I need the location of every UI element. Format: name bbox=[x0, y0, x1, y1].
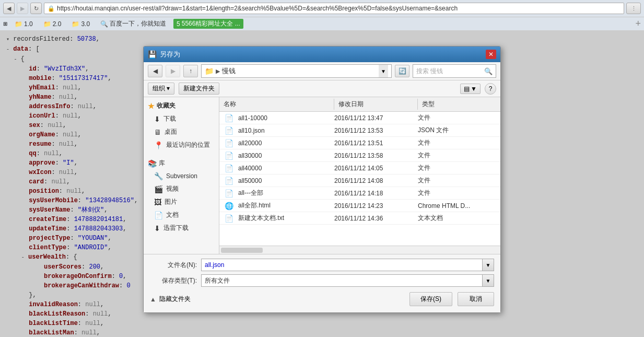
bottom-actions-row: ▲ 隐藏文件夹 保存(S) 取消 bbox=[150, 290, 494, 308]
dialog-back-button[interactable]: ◀ bbox=[148, 65, 162, 77]
dialog-close-button[interactable]: ✕ bbox=[486, 50, 496, 59]
star-icon: ★ bbox=[148, 102, 155, 110]
dialog-forward-button[interactable]: ▶ bbox=[166, 65, 180, 77]
recent-label: 最近访问的位置 bbox=[166, 141, 210, 149]
hide-folders-row[interactable]: ▲ 隐藏文件夹 bbox=[150, 293, 191, 306]
favorites-section[interactable]: ★ 收藏夹 bbox=[144, 99, 219, 112]
filelist-container: 名称 修改日期 类型 📄 all1-10000 2016/11/12 13:47… bbox=[219, 97, 500, 254]
file-type-6: 文件 bbox=[418, 189, 500, 197]
back-button[interactable]: ◀ bbox=[3, 3, 15, 14]
search-label: 搜索 慢钱 bbox=[416, 67, 482, 76]
bookmark-2[interactable]: 📁 2.0 bbox=[40, 20, 65, 28]
file-row[interactable]: 📄 all10.json 2016/11/12 13:53 JSON 文件 bbox=[219, 124, 500, 137]
filetype-dropdown-button[interactable]: ▼ bbox=[483, 274, 494, 287]
lib-icon: 📚 bbox=[148, 159, 157, 168]
extensions-button[interactable]: ⋮ bbox=[626, 3, 641, 14]
dialog-toolbar2: 组织 ▾ 新建文件夹 ▤ ▼ ? bbox=[144, 80, 500, 97]
refresh-path-button[interactable]: 🔄 bbox=[395, 65, 409, 77]
filename-row: 文件名(N): ▼ bbox=[150, 259, 494, 271]
file-row[interactable]: 📄 all40000 2016/11/12 14:05 文件 bbox=[219, 162, 500, 175]
sidebar-item-desktop[interactable]: 🖥 桌面 bbox=[144, 125, 219, 138]
dialog-titlebar: 💾 另存为 ✕ bbox=[144, 47, 500, 62]
sidebar-item-downloads[interactable]: ⬇ 下载 bbox=[144, 112, 219, 125]
dialog-filelist: 名称 修改日期 类型 📄 all1-10000 2016/11/12 13:47… bbox=[219, 97, 500, 246]
sidebar-item-recent[interactable]: 📍 最近访问的位置 bbox=[144, 138, 219, 152]
filename-dropdown-button[interactable]: ▼ bbox=[483, 259, 494, 271]
path-separator: ▶ bbox=[216, 68, 220, 75]
filename-label: 文件名(N): bbox=[150, 261, 197, 270]
file-row[interactable]: 📄 all20000 2016/11/12 13:51 文件 bbox=[219, 137, 500, 149]
browser-chrome: ◀ ▶ ↻ 🔒 https://houtai.manqian.cn/user-r… bbox=[0, 0, 644, 30]
address-bar[interactable]: 🔒 https://houtai.manqian.cn/user-rest/al… bbox=[44, 3, 624, 14]
sidebar-item-thunder[interactable]: ⬇ 迅雷下载 bbox=[144, 222, 219, 235]
path-bar: 📁 ▶ 慢钱 ▼ bbox=[201, 64, 392, 78]
file-icon-0: 📄 bbox=[225, 114, 233, 122]
library-section[interactable]: 📚 库 bbox=[144, 156, 219, 170]
file-name-3: all30000 bbox=[238, 152, 334, 159]
view-dropdown-icon: ▼ bbox=[471, 85, 477, 92]
file-row[interactable]: 📄 all---全部 2016/11/12 14:18 文件 bbox=[219, 187, 500, 200]
filetype-input[interactable] bbox=[201, 274, 483, 287]
path-folder-icon: 📁 bbox=[205, 67, 214, 75]
desktop-label: 桌面 bbox=[165, 127, 177, 136]
file-icon-6: 📄 bbox=[225, 189, 233, 197]
bookmark-baidu[interactable]: 🔍 百度一下，你就知道 bbox=[97, 19, 169, 29]
file-icon-1: 📄 bbox=[225, 126, 233, 135]
download-icon: ⬇ bbox=[154, 115, 160, 123]
documents-icon: 📄 bbox=[154, 211, 163, 219]
dialog-title-icon: 💾 bbox=[148, 50, 157, 59]
pictures-label: 图片 bbox=[165, 197, 177, 206]
lock-icon: 🔒 bbox=[48, 5, 55, 12]
file-name-5: all50000 bbox=[238, 177, 334, 184]
path-dropdown-button[interactable]: ▼ bbox=[379, 65, 388, 77]
dialog-nav-toolbar: ◀ ▶ ↑ 📁 ▶ 慢钱 ▼ 🔄 搜索 慢钱 🔍 bbox=[144, 62, 500, 80]
file-row[interactable]: 📄 all30000 2016/11/12 13:58 文件 bbox=[219, 149, 500, 162]
pictures-icon: 🖼 bbox=[154, 198, 161, 206]
help-button[interactable]: ? bbox=[485, 83, 496, 95]
file-type-5: 文件 bbox=[418, 176, 500, 185]
cancel-button[interactable]: 取消 bbox=[458, 292, 494, 306]
file-date-2: 2016/11/12 13:51 bbox=[334, 140, 418, 147]
file-date-7: 2016/11/12 14:23 bbox=[334, 202, 418, 210]
search-bar[interactable]: 搜索 慢钱 🔍 bbox=[413, 64, 496, 78]
add-bookmark-icon[interactable]: + bbox=[635, 18, 641, 29]
hide-folders-icon: ▲ bbox=[150, 296, 156, 303]
file-row[interactable]: 📄 all50000 2016/11/12 14:08 文件 bbox=[219, 175, 500, 187]
refresh-button[interactable]: ↻ bbox=[30, 3, 42, 14]
filename-input[interactable] bbox=[201, 259, 483, 271]
col-header-type[interactable]: 类型 bbox=[418, 99, 500, 110]
save-as-dialog: 💾 另存为 ✕ ◀ ▶ ↑ 📁 ▶ 慢钱 ▼ 🔄 搜索 bbox=[143, 46, 501, 313]
file-row[interactable]: 🌐 all全部.html 2016/11/12 14:23 Chrome HTM… bbox=[219, 200, 500, 212]
col-header-name[interactable]: 名称 bbox=[219, 99, 334, 110]
bookmark-1[interactable]: 📁 1.0 bbox=[11, 20, 36, 28]
file-type-1: JSON 文件 bbox=[418, 126, 500, 135]
dialog-up-button[interactable]: ↑ bbox=[183, 65, 198, 77]
bookmark-3[interactable]: 📁 3.0 bbox=[68, 20, 93, 28]
sidebar-item-documents[interactable]: 📄 文档 bbox=[144, 208, 219, 222]
forward-button[interactable]: ▶ bbox=[17, 3, 28, 14]
sidebar-item-video[interactable]: 🎬 视频 bbox=[144, 182, 219, 195]
file-date-5: 2016/11/12 14:08 bbox=[334, 177, 418, 184]
new-folder-button[interactable]: 新建文件夹 bbox=[179, 83, 219, 95]
file-type-7: Chrome HTML D... bbox=[418, 202, 500, 210]
file-date-8: 2016/11/12 14:36 bbox=[334, 215, 418, 222]
favorites-label: 收藏夹 bbox=[157, 101, 175, 110]
view-button[interactable]: ▤ ▼ bbox=[460, 84, 481, 94]
col-header-date[interactable]: 修改日期 bbox=[334, 99, 418, 110]
file-icon-2: 📄 bbox=[225, 139, 233, 147]
organize-button[interactable]: 组织 ▾ bbox=[148, 83, 174, 95]
sidebar-item-pictures[interactable]: 🖼 图片 bbox=[144, 195, 219, 208]
save-button[interactable]: 保存(S) bbox=[409, 292, 452, 306]
documents-label: 文档 bbox=[166, 211, 179, 219]
video-icon: 🎬 bbox=[154, 185, 163, 193]
file-row[interactable]: 📄 all1-10000 2016/11/12 13:47 文件 bbox=[219, 112, 500, 124]
horizontal-scrollbar[interactable] bbox=[219, 246, 500, 254]
thunder-label: 迅雷下载 bbox=[163, 224, 189, 233]
bookmark-5566[interactable]: 5 5566精彩网址大全 ... bbox=[173, 19, 243, 29]
subversion-label: Subversion bbox=[166, 172, 197, 180]
file-date-3: 2016/11/12 13:58 bbox=[334, 152, 418, 159]
scroll-thumb[interactable] bbox=[221, 248, 263, 253]
file-date-0: 2016/11/12 13:47 bbox=[334, 114, 418, 122]
sidebar-item-subversion[interactable]: 🔧 Subversion bbox=[144, 170, 219, 182]
file-row[interactable]: 📄 新建文本文档.txt 2016/11/12 14:36 文本文档 bbox=[219, 212, 500, 225]
